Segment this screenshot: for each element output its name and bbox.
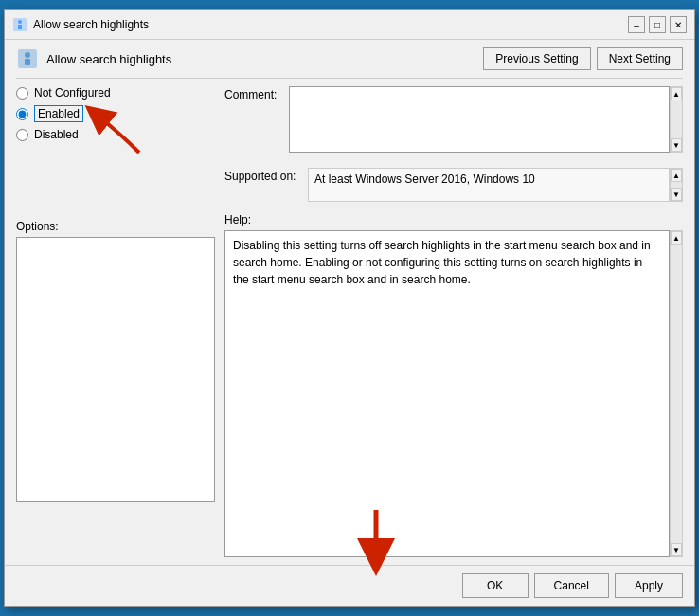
svg-point-1 bbox=[18, 20, 22, 24]
left-panel: Not Configured Enabled Disabled bbox=[16, 86, 224, 557]
comment-label: Comment: bbox=[224, 86, 281, 160]
svg-point-4 bbox=[25, 52, 30, 58]
options-label: Options: bbox=[16, 220, 215, 233]
enabled-radio[interactable] bbox=[16, 108, 28, 120]
help-scrollbar[interactable]: ▲ ▼ bbox=[670, 230, 683, 557]
scroll-up-arrow[interactable]: ▲ bbox=[671, 87, 682, 100]
dialog-icon bbox=[12, 17, 27, 32]
not-configured-label: Not Configured bbox=[34, 86, 111, 100]
minimize-button[interactable]: – bbox=[628, 16, 645, 33]
supported-label: Supported on: bbox=[224, 168, 300, 183]
policy-dialog: Allow search highlights – □ ✕ Allow sear… bbox=[4, 9, 695, 607]
supported-scrollbar[interactable]: ▲ ▼ bbox=[670, 168, 683, 202]
scroll-track bbox=[671, 100, 682, 138]
supported-scroll-up[interactable]: ▲ bbox=[671, 169, 682, 182]
svg-rect-5 bbox=[25, 59, 30, 65]
help-scroll-track bbox=[671, 245, 682, 543]
bottom-bar: OK Cancel Apply bbox=[5, 565, 694, 606]
previous-setting-button[interactable]: Previous Setting bbox=[483, 47, 590, 70]
header-buttons: Previous Setting Next Setting bbox=[483, 47, 683, 70]
help-section: Help: Disabling this setting turns off s… bbox=[224, 213, 683, 557]
header-row: Allow search highlights Previous Setting… bbox=[16, 47, 683, 79]
apply-button[interactable]: Apply bbox=[615, 573, 683, 598]
help-scroll-up[interactable]: ▲ bbox=[671, 231, 682, 245]
scroll-down-arrow[interactable]: ▼ bbox=[671, 138, 682, 152]
ok-button[interactable]: OK bbox=[462, 573, 529, 598]
title-bar: Allow search highlights – □ ✕ bbox=[5, 10, 694, 40]
help-title: Help: bbox=[224, 213, 683, 226]
help-with-scroll: Disabling this setting turns off search … bbox=[224, 230, 683, 557]
enabled-label: Enabled bbox=[34, 105, 83, 122]
disabled-option[interactable]: Disabled bbox=[16, 128, 215, 141]
supported-scroll-down[interactable]: ▼ bbox=[671, 188, 682, 201]
content-area: Not Configured Enabled Disabled bbox=[16, 79, 683, 557]
options-section bbox=[16, 237, 215, 502]
right-panel: Comment: ▲ ▼ Supported on: At least bbox=[224, 86, 683, 557]
help-text: Disabling this setting turns off search … bbox=[224, 230, 670, 557]
supported-with-scroll: At least Windows Server 2016, Windows 10… bbox=[308, 168, 683, 202]
comment-input[interactable] bbox=[289, 86, 670, 153]
disabled-label: Disabled bbox=[34, 128, 79, 141]
maximize-button[interactable]: □ bbox=[649, 16, 666, 33]
comment-scrollbar[interactable]: ▲ ▼ bbox=[670, 86, 683, 153]
dialog-title: Allow search highlights bbox=[33, 18, 622, 31]
header-title: Allow search highlights bbox=[46, 52, 475, 66]
comment-with-scroll: ▲ ▼ bbox=[289, 86, 683, 153]
radio-group: Not Configured Enabled Disabled bbox=[16, 86, 215, 141]
cancel-button[interactable]: Cancel bbox=[534, 573, 609, 598]
supported-value: At least Windows Server 2016, Windows 10 bbox=[308, 168, 670, 202]
supported-row: Supported on: At least Windows Server 20… bbox=[224, 168, 683, 202]
not-configured-option[interactable]: Not Configured bbox=[16, 86, 215, 100]
header-icon bbox=[16, 47, 39, 70]
help-scroll-down[interactable]: ▼ bbox=[671, 543, 682, 556]
title-controls: – □ ✕ bbox=[628, 16, 687, 33]
enabled-option[interactable]: Enabled bbox=[16, 105, 215, 122]
dialog-body: Allow search highlights Previous Setting… bbox=[5, 40, 694, 565]
close-button[interactable]: ✕ bbox=[670, 16, 687, 33]
disabled-radio[interactable] bbox=[16, 129, 28, 141]
not-configured-radio[interactable] bbox=[16, 87, 28, 100]
next-setting-button[interactable]: Next Setting bbox=[597, 47, 683, 70]
comment-row: Comment: ▲ ▼ bbox=[224, 86, 683, 160]
svg-rect-2 bbox=[18, 25, 22, 29]
